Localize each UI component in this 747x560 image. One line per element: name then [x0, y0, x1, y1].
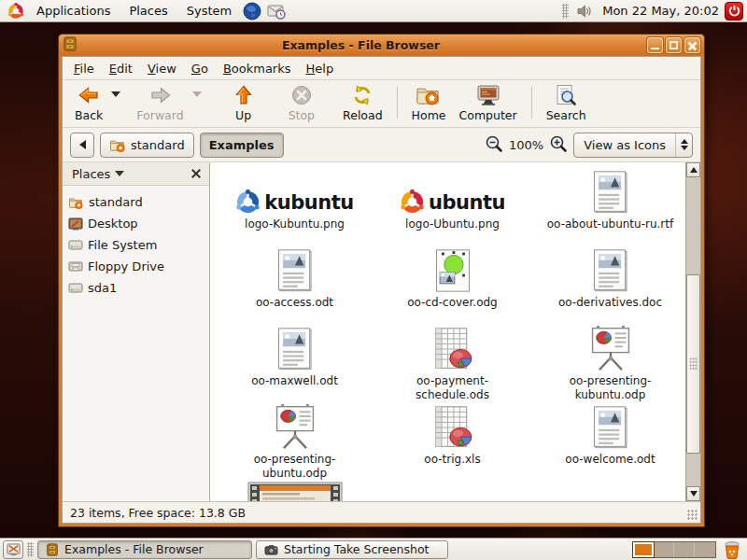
mail-notification-icon[interactable]	[267, 2, 286, 21]
volume-icon[interactable]	[575, 2, 594, 21]
titlebar[interactable]: Examples - File Browser	[59, 35, 704, 56]
sidebar-item-sda1[interactable]: sda1	[64, 277, 207, 299]
sidebar-item-floppy-drive[interactable]: Floppy Drive	[64, 256, 207, 277]
sidebar-places: Places stand	[63, 162, 210, 501]
document-icon	[591, 168, 630, 215]
spreadsheet-icon	[431, 325, 474, 371]
back-button[interactable]: Back	[68, 81, 109, 124]
sidebar-mode-combobox[interactable]: Places	[68, 165, 128, 183]
web-browser-icon[interactable]	[243, 2, 261, 21]
sidebar-close-button[interactable]	[189, 166, 204, 181]
workspace-1[interactable]	[633, 542, 654, 557]
file-logo-kubuntu[interactable]: kubuntu logo-Kubuntu.png	[216, 168, 374, 246]
menu-bookmarks[interactable]: Bookmarks	[216, 59, 299, 78]
task-button-take-screenshot[interactable]: Starting Take Screenshot	[256, 540, 448, 559]
computer-button[interactable]: Computer	[453, 81, 524, 124]
chevron-down-icon	[115, 171, 124, 176]
home-button[interactable]: Home	[405, 81, 453, 124]
drive-icon	[68, 282, 83, 294]
file-oo-maxwell[interactable]: oo-maxwell.odt	[216, 325, 374, 403]
cabinet-icon	[46, 543, 59, 556]
close-button[interactable]	[684, 37, 700, 53]
file-oo-about-ubuntu-ru[interactable]: oo-about-ubuntu-ru.rtf	[531, 168, 685, 246]
reload-button[interactable]: Reload	[336, 81, 389, 124]
drive-icon	[68, 239, 83, 251]
forward-arrow-icon	[149, 83, 172, 107]
file-icon-view[interactable]: kubuntu logo-Kubuntu.png	[210, 162, 700, 501]
forward-history-dropdown	[192, 91, 202, 97]
workspace-4[interactable]	[695, 542, 715, 557]
menu-system[interactable]: System	[178, 2, 240, 20]
vertical-scrollbar[interactable]	[685, 162, 700, 501]
back-history-dropdown[interactable]	[111, 91, 120, 97]
file-oo-access[interactable]: oo-access.odt	[216, 246, 374, 325]
menu-edit[interactable]: Edit	[102, 59, 140, 78]
trash-applet[interactable]	[720, 540, 744, 559]
menu-applications[interactable]: Applications	[28, 2, 119, 20]
menu-view[interactable]: View	[140, 59, 184, 78]
back-arrow-icon	[78, 83, 100, 107]
path-scroll-left-button[interactable]	[70, 133, 94, 158]
panel-drag-handle[interactable]	[562, 4, 569, 19]
toolbar-separator	[531, 87, 532, 119]
path-button-standard[interactable]: standard	[100, 133, 194, 158]
search-button[interactable]: Search	[540, 81, 593, 124]
scrollbar-thumb[interactable]	[686, 274, 700, 454]
thumb-grip	[689, 357, 698, 371]
document-icon	[275, 325, 315, 371]
resize-grip[interactable]	[687, 510, 698, 521]
file-oo-presenting-ubuntu[interactable]: oo-presenting-ubuntu.odp	[216, 403, 374, 482]
up-button[interactable]: Up	[226, 81, 261, 124]
workspace-3[interactable]	[674, 542, 695, 557]
presentation-icon	[586, 325, 635, 371]
clock[interactable]: Mon 22 May, 20:02	[600, 4, 721, 18]
file-browser-window: Examples - File Browser File Edit View G…	[58, 34, 705, 527]
file-video-partial[interactable]	[216, 482, 374, 501]
scroll-down-button[interactable]	[686, 486, 700, 501]
scroll-up-button[interactable]	[686, 162, 700, 177]
folder-home-icon	[109, 138, 126, 152]
menubar: File Edit View Go Bookmarks Help	[63, 57, 700, 80]
panel-menu: Applications Places System	[28, 2, 240, 20]
file-oo-welcome[interactable]: oo-welcome.odt	[531, 403, 685, 482]
stop-icon	[291, 83, 312, 107]
menu-help[interactable]: Help	[299, 59, 342, 78]
task-button-file-browser[interactable]: Examples - File Browser	[37, 540, 252, 559]
ubuntu-logo-icon[interactable]	[7, 2, 25, 21]
video-film-icon	[247, 482, 343, 501]
path-button-examples[interactable]: Examples	[200, 133, 284, 158]
forward-button: Forward	[130, 81, 190, 124]
menu-places[interactable]: Places	[120, 2, 176, 20]
file-oo-derivatives[interactable]: oo-derivatives.doc	[531, 246, 685, 325]
workspace-switcher	[632, 541, 716, 558]
minimize-button[interactable]	[647, 37, 663, 53]
logout-button[interactable]	[725, 2, 743, 21]
zoom-out-button[interactable]	[485, 134, 503, 156]
file-oo-presenting-kubuntu[interactable]: oo-presenting-kubuntu.odp	[531, 325, 685, 403]
workspace-2[interactable]	[654, 542, 674, 557]
sidebar-item-file-system[interactable]: File System	[64, 234, 207, 256]
spin-down-icon	[681, 146, 688, 150]
sidebar-item-desktop[interactable]: Desktop	[64, 213, 207, 234]
computer-icon	[476, 83, 500, 107]
file-oo-cd-cover[interactable]: oo-cd-cover.odg	[374, 246, 531, 325]
show-desktop-button[interactable]	[3, 540, 23, 559]
file-oo-payment-schedule[interactable]: oo-payment-schedule.ods	[374, 325, 531, 403]
file-oo-trig[interactable]: oo-trig.xls	[374, 403, 531, 482]
spin-up-icon	[681, 139, 688, 144]
menu-file[interactable]: File	[66, 59, 102, 78]
zoom-in-button[interactable]	[549, 134, 568, 156]
combobox-spin-arrows[interactable]	[675, 133, 692, 157]
file-logo-ubuntu[interactable]: ubuntu logo-Ubuntu.png	[374, 168, 531, 246]
kubuntu-logo-icon: kubuntu	[235, 168, 353, 215]
search-icon	[555, 83, 577, 107]
bottom-taskbar: Examples - File Browser Starting Take Sc…	[0, 538, 747, 560]
status-text: 23 items, Free space: 13.8 GB	[70, 506, 246, 520]
maximize-button[interactable]	[666, 37, 682, 53]
view-mode-combobox[interactable]: View as Icons	[573, 133, 693, 158]
sidebar-item-standard[interactable]: standard	[64, 191, 207, 213]
status-bar: 23 items, Free space: 13.8 GB	[63, 501, 700, 523]
taskbar-drag-handle[interactable]	[27, 542, 34, 557]
reload-icon	[351, 83, 374, 107]
menu-go[interactable]: Go	[184, 59, 216, 78]
